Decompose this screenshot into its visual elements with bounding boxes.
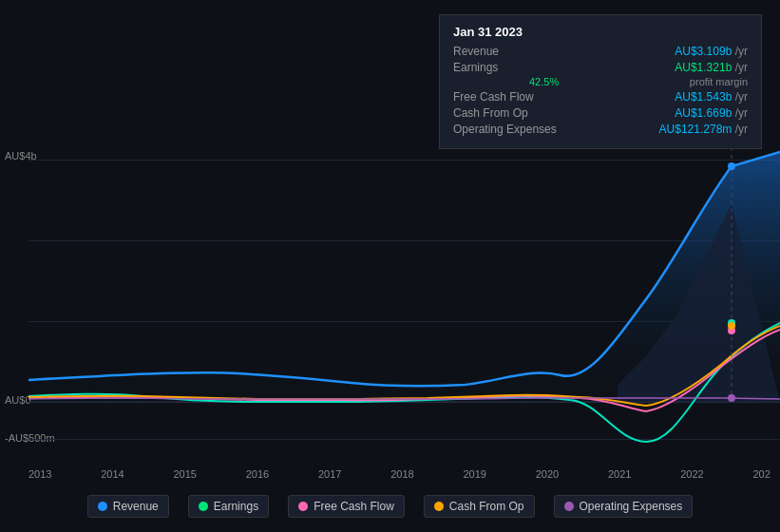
tooltip-margin-label: profit margin [690, 76, 748, 87]
tooltip-value-fcf: AU$1.543b /yr [675, 90, 748, 104]
x-label-2013: 2013 [29, 468, 51, 480]
legend-label-revenue: Revenue [113, 500, 159, 513]
tooltip-row-opex: Operating Expenses AU$121.278m /yr [453, 123, 748, 136]
tooltip-margin-value: 42.5% [529, 76, 559, 87]
legend-label-fcf: Free Cash Flow [314, 500, 394, 513]
x-label-2020: 2020 [536, 468, 559, 480]
tooltip-label-fcf: Free Cash Flow [453, 90, 534, 104]
legend: Revenue Earnings Free Cash Flow Cash Fro… [0, 495, 780, 518]
legend-item-revenue[interactable]: Revenue [87, 495, 169, 518]
x-label-2016: 2016 [246, 468, 269, 480]
tooltip-row-fcf: Free Cash Flow AU$1.543b /yr [453, 90, 748, 104]
tooltip-value-cashop: AU$1.669b /yr [675, 106, 748, 120]
x-label-2014: 2014 [101, 468, 124, 480]
x-axis: 2013 2014 2015 2016 2017 2018 2019 2020 … [29, 468, 780, 480]
legend-item-earnings[interactable]: Earnings [188, 495, 269, 518]
x-label-2019: 2019 [464, 468, 486, 480]
dot-opex [728, 394, 735, 402]
tooltip-row-earnings: Earnings AU$1.321b /yr [453, 61, 748, 74]
legend-label-opex: Operating Expenses [580, 500, 683, 513]
tooltip-row-margin: 42.5% profit margin [529, 76, 748, 87]
legend-item-fcf[interactable]: Free Cash Flow [288, 495, 405, 518]
y-label-zero: AU$0 [5, 394, 31, 406]
tooltip-label-cashop: Cash From Op [453, 106, 528, 120]
tooltip: Jan 31 2023 Revenue AU$3.109b /yr Earnin… [439, 14, 762, 149]
tooltip-value-revenue: AU$3.109b /yr [675, 45, 748, 58]
tooltip-row-revenue: Revenue AU$3.109b /yr [453, 45, 748, 58]
legend-dot-revenue [98, 502, 107, 511]
legend-dot-cashop [434, 502, 444, 511]
x-label-2022: 2022 [680, 468, 703, 480]
x-label-2018: 2018 [390, 468, 413, 480]
legend-label-cashop: Cash From Op [449, 500, 524, 513]
dot-cashop [728, 322, 735, 330]
legend-dot-opex [564, 502, 574, 511]
dot-revenue [728, 162, 735, 170]
x-label-2023: 202 [753, 468, 770, 480]
tooltip-row-cashop: Cash From Op AU$1.669b /yr [453, 106, 748, 120]
tooltip-value-opex: AU$121.278m /yr [659, 123, 748, 136]
chart-svg [29, 147, 780, 451]
legend-item-opex[interactable]: Operating Expenses [554, 495, 694, 518]
legend-dot-fcf [298, 502, 308, 511]
x-label-2015: 2015 [174, 468, 197, 480]
legend-item-cashop[interactable]: Cash From Op [424, 495, 535, 518]
tooltip-label-earnings: Earnings [453, 61, 498, 74]
legend-dot-earnings [199, 502, 208, 511]
x-label-2017: 2017 [318, 468, 341, 480]
legend-label-earnings: Earnings [214, 500, 258, 513]
x-label-2021: 2021 [608, 468, 631, 480]
tooltip-value-earnings: AU$1.321b /yr [675, 61, 748, 74]
tooltip-label-revenue: Revenue [453, 45, 499, 58]
tooltip-label-opex: Operating Expenses [453, 123, 557, 136]
chart-container: Jan 31 2023 Revenue AU$3.109b /yr Earnin… [0, 0, 780, 532]
tooltip-date: Jan 31 2023 [453, 25, 748, 39]
